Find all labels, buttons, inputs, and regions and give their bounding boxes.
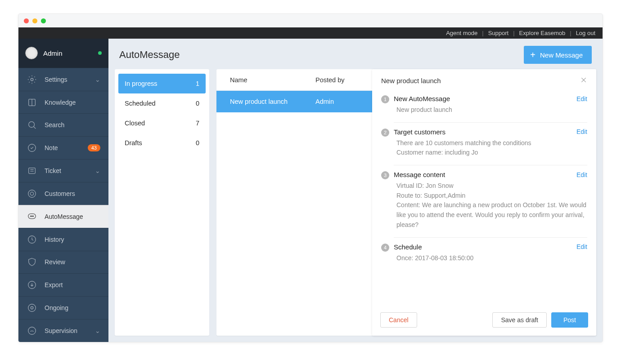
detail-step-4: 4 Schedule Edit Once: 2017-08-03 18:50:0… bbox=[381, 238, 587, 271]
save-draft-button[interactable]: Save as draft bbox=[492, 312, 547, 328]
svg-point-3 bbox=[29, 122, 35, 128]
sidebar-item-review[interactable]: Review bbox=[18, 251, 108, 274]
chevron-down-icon: ⌄ bbox=[95, 167, 100, 174]
detail-footer: Cancel Save as draft Post bbox=[372, 307, 596, 336]
step-line: Customer name: including Jo bbox=[394, 148, 587, 158]
step-line: New product launch bbox=[394, 105, 587, 115]
clock-icon bbox=[27, 234, 37, 245]
cancel-button[interactable]: Cancel bbox=[380, 312, 417, 328]
ticket-icon bbox=[27, 165, 37, 176]
status-count: 0 bbox=[196, 100, 199, 107]
topnav-agent-mode[interactable]: Agent mode bbox=[446, 30, 477, 36]
target-icon bbox=[27, 188, 37, 199]
chevron-down-icon: ⌄ bbox=[95, 76, 100, 83]
minimize-window-icon[interactable] bbox=[32, 18, 37, 23]
edit-step-link[interactable]: Edit bbox=[576, 243, 587, 250]
status-label: Closed bbox=[125, 120, 145, 127]
svg-point-18 bbox=[31, 306, 33, 309]
maximize-window-icon[interactable] bbox=[41, 18, 46, 23]
status-label: Drafts bbox=[125, 139, 142, 146]
sidebar-item-label: History bbox=[45, 236, 64, 243]
search-icon bbox=[27, 120, 37, 130]
sidebar-item-label: Search bbox=[45, 121, 64, 129]
sidebar-user[interactable]: Admin bbox=[18, 39, 108, 68]
sidebar-item-label: Knowledge bbox=[45, 99, 76, 106]
detail-step-3: 3 Message content Edit Virtual ID: Jon S… bbox=[381, 165, 587, 237]
step-title: Schedule bbox=[394, 243, 422, 251]
step-line: There are 10 customers matching the cond… bbox=[394, 138, 587, 148]
sidebar-item-automessage[interactable]: AutoMessage bbox=[18, 205, 108, 228]
sidebar-item-ongoing[interactable]: Ongoing bbox=[18, 296, 108, 319]
svg-point-10 bbox=[30, 192, 33, 195]
step-title: New AutoMessage bbox=[394, 95, 450, 102]
sidebar-item-ticket[interactable]: Ticket ⌄ bbox=[18, 159, 108, 182]
status-count: 0 bbox=[196, 139, 199, 146]
step-line: Route to: Support,Admin bbox=[394, 191, 587, 201]
cell-posted-by: Admin bbox=[315, 98, 360, 105]
status-in-progress[interactable]: In progress 1 bbox=[118, 74, 206, 93]
sidebar-item-history[interactable]: History bbox=[18, 228, 108, 251]
message-icon bbox=[27, 211, 37, 222]
sidebar-item-label: Ongoing bbox=[45, 304, 68, 311]
close-window-icon[interactable] bbox=[24, 18, 29, 23]
sidebar-item-note[interactable]: Note 43 bbox=[18, 136, 108, 159]
sidebar-item-settings[interactable]: Settings ⌄ bbox=[18, 68, 108, 91]
svg-point-9 bbox=[28, 190, 36, 198]
close-icon[interactable] bbox=[580, 76, 587, 85]
edit-step-link[interactable]: Edit bbox=[576, 128, 587, 135]
activity-icon bbox=[27, 302, 37, 313]
book-icon bbox=[27, 97, 37, 108]
detail-step-2: 2 Target customers Edit There are 10 cus… bbox=[381, 123, 587, 165]
new-message-button[interactable]: + New Message bbox=[524, 46, 592, 64]
sidebar-item-label: Export bbox=[45, 281, 63, 289]
svg-point-12 bbox=[30, 216, 31, 217]
step-line: Once: 2017-08-03 18:50:00 bbox=[394, 253, 587, 263]
svg-point-14 bbox=[33, 216, 34, 217]
status-drafts[interactable]: Drafts 0 bbox=[118, 133, 206, 153]
status-online-icon bbox=[98, 51, 102, 55]
detail-body: 1 New AutoMessage Edit New product launc… bbox=[372, 89, 596, 307]
new-message-label: New Message bbox=[540, 51, 583, 59]
gear-icon bbox=[27, 74, 37, 85]
note-icon bbox=[27, 142, 37, 153]
sidebar-item-label: Settings bbox=[45, 76, 68, 83]
topnav-support[interactable]: Support bbox=[488, 30, 509, 36]
col-posted-by: Posted by bbox=[315, 76, 360, 84]
topnav-logout[interactable]: Log out bbox=[576, 30, 595, 36]
sidebar-item-knowledge[interactable]: Knowledge bbox=[18, 91, 108, 114]
sidebar-item-search[interactable]: Search bbox=[18, 113, 108, 136]
sidebar-item-label: Ticket bbox=[45, 167, 61, 174]
detail-title: New product launch bbox=[381, 77, 441, 84]
svg-point-0 bbox=[31, 78, 33, 81]
post-button[interactable]: Post bbox=[551, 312, 588, 328]
status-label: In progress bbox=[125, 80, 158, 87]
main-header: AutoMessage + New Message bbox=[115, 43, 596, 69]
main-area: AutoMessage + New Message In progress 1 … bbox=[108, 39, 603, 342]
step-number-icon: 4 bbox=[381, 244, 389, 252]
edit-step-link[interactable]: Edit bbox=[576, 171, 587, 178]
detail-header: New product launch bbox=[372, 69, 596, 89]
page-title: AutoMessage bbox=[119, 49, 180, 61]
sidebar-item-export[interactable]: Export bbox=[18, 273, 108, 296]
sidebar-item-label: AutoMessage bbox=[45, 213, 83, 220]
step-title: Message content bbox=[394, 171, 445, 178]
svg-point-5 bbox=[28, 144, 36, 152]
topnav-explore[interactable]: Explore Easemob bbox=[519, 30, 566, 36]
title-bar bbox=[18, 14, 603, 27]
badge-count: 43 bbox=[88, 144, 100, 151]
sidebar-item-customers[interactable]: Customers bbox=[18, 182, 108, 205]
step-line: Content: We are launching a new product … bbox=[394, 200, 587, 230]
sidebar-item-label: Note bbox=[45, 144, 58, 151]
sidebar-item-label: Supervision bbox=[45, 327, 77, 334]
detail-panel: New product launch 1 New AutoMessage Edi… bbox=[372, 69, 596, 336]
status-closed[interactable]: Closed 7 bbox=[118, 113, 206, 133]
edit-step-link[interactable]: Edit bbox=[576, 95, 587, 102]
status-panel: In progress 1 Scheduled 0 Closed 7 Draft… bbox=[115, 69, 209, 336]
sidebar: Admin Settings ⌄ Knowledge bbox=[18, 39, 108, 342]
svg-line-4 bbox=[34, 127, 36, 129]
sidebar-item-supervision[interactable]: Supervision ⌄ bbox=[18, 319, 108, 342]
shield-icon bbox=[27, 257, 37, 267]
main-body: Admin Settings ⌄ Knowledge bbox=[18, 39, 603, 342]
step-number-icon: 2 bbox=[381, 129, 389, 137]
status-scheduled[interactable]: Scheduled 0 bbox=[118, 93, 206, 113]
